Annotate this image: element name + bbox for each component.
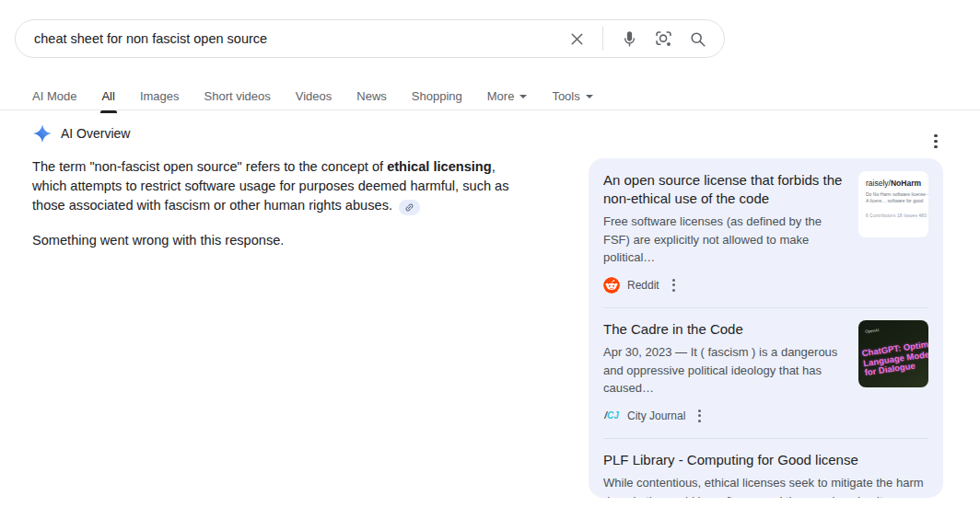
source-card-plf-library[interactable]: PLF Library - Computing for Good license… bbox=[603, 438, 928, 499]
result-title[interactable]: PLF Library - Computing for Good license bbox=[603, 451, 928, 469]
reddit-icon bbox=[603, 277, 620, 294]
ai-sparkle-icon bbox=[32, 123, 52, 144]
result-snippet: While contentious, ethical licenses seek… bbox=[603, 474, 928, 498]
source-card-city-journal[interactable]: The Cadre in the Code Apr 30, 2023 — It … bbox=[603, 307, 928, 438]
clear-icon[interactable] bbox=[563, 25, 590, 52]
result-tabs: AI Mode All Images Short videos Videos N… bbox=[32, 83, 593, 110]
card-menu-button[interactable] bbox=[693, 406, 706, 426]
ai-overview-paragraph: The term "non-fascist open source" refer… bbox=[32, 157, 530, 215]
ai-overview-error-text: Something went wrong with this response. bbox=[32, 233, 284, 248]
result-snippet: Free software licenses (as defined by th… bbox=[603, 213, 847, 267]
city-journal-icon: /CJ bbox=[603, 408, 620, 424]
result-thumbnail-chatgpt[interactable]: OpenAI ChatGPT: Optimi Language Mode for… bbox=[858, 320, 928, 387]
source-card-reddit[interactable]: An open source license that forbids the … bbox=[603, 159, 928, 307]
source-name: City Journal bbox=[627, 409, 685, 422]
tab-images[interactable]: Images bbox=[140, 89, 180, 105]
source-name: Reddit bbox=[627, 279, 659, 292]
ai-overview-header: AI Overview bbox=[32, 123, 130, 144]
search-input[interactable] bbox=[34, 31, 563, 46]
ai-overview-bold-term: ethical licensing bbox=[387, 159, 492, 174]
result-title[interactable]: An open source license that forbids the … bbox=[603, 171, 847, 207]
tab-more[interactable]: More bbox=[487, 89, 528, 105]
microphone-icon[interactable] bbox=[615, 25, 643, 52]
chevron-down-icon bbox=[586, 95, 593, 98]
ai-overview-sources-panel: An open source license that forbids the … bbox=[589, 158, 943, 498]
tab-shopping[interactable]: Shopping bbox=[412, 89, 462, 105]
search-icon[interactable] bbox=[683, 25, 711, 52]
card-menu-button[interactable] bbox=[667, 275, 681, 295]
tab-videos[interactable]: Videos bbox=[296, 89, 332, 105]
tab-tools[interactable]: Tools bbox=[552, 89, 592, 105]
google-lens-icon[interactable] bbox=[649, 25, 677, 52]
result-title[interactable]: The Cadre in the Code bbox=[603, 320, 847, 339]
citation-link-icon[interactable] bbox=[399, 200, 420, 215]
chevron-down-icon bbox=[519, 95, 527, 98]
search-bar[interactable] bbox=[15, 19, 725, 58]
ai-overview-label: AI Overview bbox=[61, 126, 130, 141]
search-bar-divider bbox=[602, 27, 603, 51]
tab-short-videos[interactable]: Short videos bbox=[204, 89, 271, 105]
ai-overview-menu-button[interactable] bbox=[928, 124, 943, 152]
result-thumbnail-github[interactable]: raisely/NoHarm Do No Harm software licen… bbox=[858, 171, 928, 237]
tab-news[interactable]: News bbox=[356, 89, 387, 105]
tab-all[interactable]: All bbox=[101, 89, 114, 105]
result-snippet: Apr 30, 2023 — It ( fascism ) is a dange… bbox=[603, 343, 847, 398]
tab-ai-mode[interactable]: AI Mode bbox=[32, 89, 76, 105]
